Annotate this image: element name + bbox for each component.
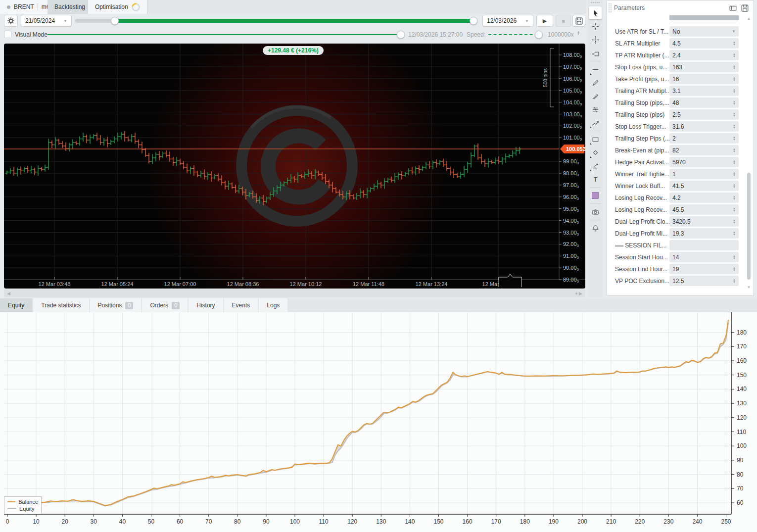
value-stepper[interactable]: ▲▼: [733, 267, 736, 272]
param-input[interactable]: 4.2▲▼: [669, 193, 739, 203]
fibonacci-tool[interactable]: [589, 103, 602, 116]
value-stepper[interactable]: ▲▼: [733, 172, 736, 177]
snapshot-tool[interactable]: [589, 205, 602, 218]
tab-positions[interactable]: Positions0: [90, 298, 142, 312]
param-input[interactable]: 19.3▲▼: [669, 228, 739, 239]
value-stepper[interactable]: ▲▼: [733, 219, 736, 224]
param-input[interactable]: 4.5▲▼: [669, 38, 739, 48]
param-input[interactable]: 45.5▲▼: [669, 204, 739, 215]
value-stepper[interactable]: ▲▼: [733, 89, 736, 94]
crosshair-tool[interactable]: [589, 20, 602, 33]
diamond-tool[interactable]: [589, 146, 602, 159]
undock-panel-icon[interactable]: [729, 4, 737, 12]
start-date-select[interactable]: 21/05/2024 ▼: [21, 15, 72, 27]
tab-events[interactable]: Events: [224, 298, 258, 312]
price-chart-canvas: 89.00090.00091.00092.00093.00094.00095.0…: [4, 44, 585, 289]
param-input[interactable]: 12.5▲▼: [669, 276, 739, 286]
value-stepper[interactable]: ▲▼: [733, 207, 736, 212]
svg-text:100: 100: [290, 518, 300, 525]
value-stepper[interactable]: ▲▼: [733, 41, 736, 46]
tab-optimisation[interactable]: Optimisation: [88, 0, 147, 14]
param-input[interactable]: 3.1▲▼: [669, 86, 739, 96]
param-input[interactable]: 41.5▲▼: [669, 181, 739, 191]
scroll-left-arrow-icon[interactable]: ◀: [7, 291, 10, 296]
crosshair-snap-tool[interactable]: [589, 33, 602, 46]
tab-history[interactable]: History: [189, 298, 223, 312]
play-icon: ▶: [543, 18, 547, 24]
playback-position-slider[interactable]: [47, 34, 400, 35]
tab-backtesting[interactable]: Backtesting: [47, 0, 93, 14]
pencil-icon: [592, 79, 599, 87]
param-value: 2.5: [672, 111, 681, 118]
value-stepper[interactable]: ▲▼: [733, 124, 736, 129]
param-input[interactable]: 1▲▼: [669, 169, 739, 179]
playback-position-handle[interactable]: [397, 31, 405, 39]
speed-stepper[interactable]: ▲▼: [577, 31, 580, 36]
pointer-tool[interactable]: [589, 6, 602, 19]
value-stepper[interactable]: ▲▼: [733, 53, 736, 58]
param-input[interactable]: 163▲▼: [669, 62, 739, 72]
value-stepper[interactable]: ▲▼: [733, 65, 736, 70]
scroll-down-icon[interactable]: ▼: [746, 285, 752, 290]
value-stepper[interactable]: ▲▼: [733, 112, 736, 117]
value-stepper[interactable]: ▲▼: [733, 184, 736, 189]
stop-button[interactable]: ■: [556, 15, 571, 27]
value-stepper[interactable]: ▲▼: [733, 195, 736, 200]
value-stepper[interactable]: ▲▼: [733, 77, 736, 82]
magnet-tool[interactable]: [589, 47, 602, 59]
chart-scrollbar[interactable]: ◀ ● ▶: [4, 290, 585, 297]
pencil-tool[interactable]: [589, 76, 602, 89]
play-button[interactable]: ▶: [536, 15, 553, 27]
param-input[interactable]: 16▲▼: [669, 74, 739, 84]
tab-equity[interactable]: Equity: [0, 298, 32, 312]
param-input[interactable]: 5970▲▼: [669, 157, 739, 167]
toolstrip-separator: [590, 61, 601, 61]
horizontal-line-tool[interactable]: [589, 63, 602, 76]
param-input[interactable]: [669, 240, 739, 250]
alerts-tool[interactable]: [589, 222, 602, 235]
settings-button[interactable]: [4, 15, 18, 27]
tab-logs[interactable]: Logs: [259, 298, 287, 312]
param-input[interactable]: 19▲▼: [669, 264, 739, 274]
rectangle-tool[interactable]: [589, 133, 602, 145]
param-input[interactable]: 2.4▲▼: [669, 50, 739, 60]
visual-mode-checkbox[interactable]: [4, 31, 11, 38]
toolstrip-grip[interactable]: [591, 2, 600, 4]
period-slider-end-handle[interactable]: [470, 17, 477, 25]
svg-text:98.000: 98.000: [563, 170, 579, 177]
tab-orders[interactable]: Orders0: [142, 298, 188, 312]
brush-tool[interactable]: [589, 90, 602, 102]
value-stepper[interactable]: ▲▼: [733, 100, 736, 105]
param-input[interactable]: 31.6▲▼: [669, 121, 739, 132]
tab-trade-statistics[interactable]: Trade statistics: [33, 298, 89, 312]
period-slider-start-handle[interactable]: [111, 17, 119, 25]
end-date-select[interactable]: 12/03/2026 ▼: [482, 15, 533, 27]
scroll-up-icon[interactable]: ▲: [746, 16, 752, 21]
param-input[interactable]: 2.5▲▼: [669, 109, 739, 120]
save-report-button[interactable]: [572, 15, 585, 27]
value-stepper[interactable]: ▲▼: [733, 231, 736, 236]
scrollbar-thumb[interactable]: [747, 173, 751, 280]
save-parameters-icon[interactable]: [741, 4, 749, 12]
scroll-right-controls[interactable]: ● ▶: [575, 291, 582, 296]
param-select[interactable]: No▼: [669, 26, 739, 37]
projection-tool[interactable]: [589, 159, 602, 172]
speed-slider-handle[interactable]: [535, 31, 543, 39]
parameters-scrollbar[interactable]: ▲ ▼: [746, 16, 752, 290]
param-input[interactable]: 3420.5▲▼: [669, 216, 739, 227]
value-stepper[interactable]: ▲▼: [733, 160, 736, 165]
value-stepper[interactable]: ▲▼: [733, 279, 736, 284]
param-input[interactable]: 2▲▼: [669, 133, 739, 144]
param-input[interactable]: 14▲▼: [669, 252, 739, 262]
color-swatch-tool[interactable]: [589, 189, 602, 202]
polyline-tool[interactable]: [589, 116, 602, 129]
value-stepper[interactable]: ▲▼: [733, 255, 736, 260]
param-input[interactable]: 48▲▼: [669, 97, 739, 108]
value-stepper[interactable]: ▲▼: [733, 136, 736, 141]
param-input[interactable]: 82▲▼: [669, 145, 739, 155]
speed-slider[interactable]: [488, 34, 538, 35]
svg-text:500 pips: 500 pips: [543, 68, 548, 87]
price-chart[interactable]: 89.00090.00091.00092.00093.00094.00095.0…: [4, 44, 585, 289]
text-tool[interactable]: T: [589, 173, 602, 186]
value-stepper[interactable]: ▲▼: [733, 148, 736, 153]
